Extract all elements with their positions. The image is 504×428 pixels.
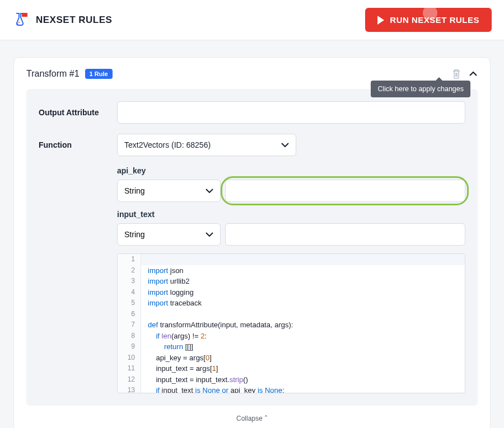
function-label: Function <box>39 140 117 149</box>
chevron-down-icon <box>206 232 213 237</box>
type-value: String <box>124 186 145 195</box>
page-title: NEXSET RULES <box>36 15 112 26</box>
collapse-label: Collapse <box>236 415 263 422</box>
params-area: api_key String input_text <box>39 166 465 393</box>
chevron-up-icon: ˄ <box>264 415 268 422</box>
param-row-input-text: String <box>117 223 465 246</box>
param-api-key: api_key String <box>117 166 465 202</box>
play-icon <box>377 16 384 25</box>
type-select-input-text[interactable]: String <box>117 223 221 246</box>
function-select[interactable]: Text2Vectors (ID: 68256) <box>117 134 296 156</box>
card-header: Transform #1 1 Rule <box>26 69 478 79</box>
header-left: NEXSET RULES <box>12 12 112 29</box>
output-attribute-input[interactable] <box>117 101 465 124</box>
param-label: api_key <box>117 166 465 175</box>
function-row: Function Text2Vectors (ID: 68256) <box>39 134 465 156</box>
chevron-down-icon <box>206 189 213 193</box>
param-row-api-key: String <box>117 180 465 202</box>
card-header-left: Transform #1 1 Rule <box>26 69 113 79</box>
output-attribute-row: Output Attribute <box>39 101 465 124</box>
run-nexset-rules-button[interactable]: RUN NEXSET RULES <box>365 8 492 32</box>
header-bar: NEXSET RULES RUN NEXSET RULES <box>0 0 504 40</box>
function-value: Text2Vectors (ID: 68256) <box>124 140 211 149</box>
type-select-api-key[interactable]: String <box>117 180 221 202</box>
param-input-text: input_text String <box>117 210 465 246</box>
svg-point-1 <box>17 23 18 25</box>
value-input-input-text[interactable] <box>225 223 465 246</box>
add-transform-link[interactable]: + Add New Transform <box>26 426 478 428</box>
collapse-icon[interactable] <box>469 71 478 77</box>
run-tooltip: Click here to apply changes <box>371 81 470 97</box>
rule-count-badge: 1 Rule <box>85 69 113 79</box>
content-area: Click here to apply changes Transform #1… <box>0 40 504 428</box>
output-attribute-label: Output Attribute <box>39 108 117 117</box>
svg-rect-0 <box>22 13 27 17</box>
svg-point-2 <box>18 21 20 22</box>
highlight-dot <box>423 6 437 20</box>
code-editor[interactable]: 1 2import json3import urllib24import log… <box>117 253 465 393</box>
transform-title: Transform #1 <box>26 69 80 79</box>
collapse-link[interactable]: Collapse ˄ <box>26 406 478 426</box>
transform-card: Transform #1 1 Rule Output Attribute Fun… <box>13 57 491 428</box>
chevron-down-icon <box>281 143 289 147</box>
type-value: String <box>124 230 145 239</box>
flask-icon <box>12 12 29 29</box>
trash-icon[interactable] <box>452 69 461 79</box>
card-header-right <box>452 69 478 79</box>
value-input-api-key[interactable] <box>225 180 465 202</box>
rule-body: Output Attribute Function Text2Vectors (… <box>26 89 478 406</box>
param-label: input_text <box>117 210 465 219</box>
